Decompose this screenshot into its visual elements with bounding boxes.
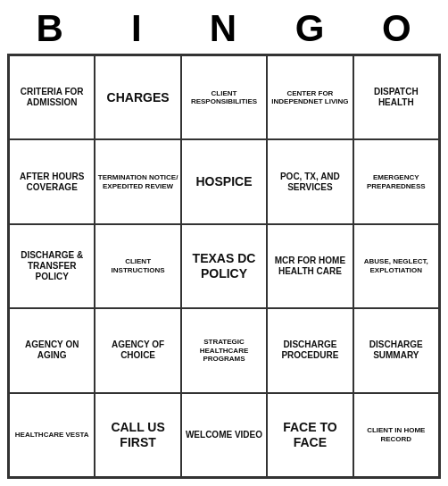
bingo-cell: CHARGES (95, 55, 180, 139)
bingo-cell: AGENCY ON AGING (9, 308, 95, 392)
bingo-title: BINGO (7, 7, 441, 50)
bingo-letter: G (275, 7, 346, 50)
bingo-cell: AGENCY OF CHOICE (95, 308, 180, 392)
bingo-cell: CENTER FOR INDEPENDNET LIVING (267, 55, 353, 139)
bingo-cell: STRATEGIC HEALTHCARE PROGRAMS (181, 308, 267, 392)
bingo-cell: DISCHARGE & TRANSFER POLICY (9, 224, 95, 308)
bingo-cell: CLIENT IN HOME RECORD (353, 393, 439, 477)
bingo-cell: TEXAS DC POLICY (181, 224, 267, 308)
bingo-cell: FACE TO FACE (267, 393, 353, 477)
bingo-cell: EMERGENCY PREPAREDNESS (353, 139, 439, 223)
bingo-cell: HOSPICE (181, 139, 267, 223)
bingo-cell: DISPATCH HEALTH (353, 55, 439, 139)
bingo-cell: WELCOME VIDEO (181, 393, 267, 477)
bingo-cell: POC, TX, AND SERVICES (267, 139, 353, 223)
bingo-cell: DISCHARGE PROCEDURE (267, 308, 353, 392)
bingo-cell: AFTER HOURS COVERAGE (9, 139, 95, 223)
bingo-cell: CLIENT INSTRUCTIONS (95, 224, 180, 308)
bingo-letter: N (188, 7, 260, 50)
bingo-cell: CALL US FIRST (95, 393, 180, 477)
bingo-cell: DISCHARGE SUMMARY (353, 308, 439, 392)
bingo-cell: HEALTHCARE VESTA (9, 393, 95, 477)
bingo-cell: TERMINATION NOTICE/ EXPEDITED REVIEW (95, 139, 180, 223)
bingo-letter: B (15, 7, 87, 50)
bingo-cell: CLIENT RESPONSIBILITIES (181, 55, 267, 139)
bingo-cell: MCR FOR HOME HEALTH CARE (267, 224, 353, 308)
bingo-cell: ABUSE, NEGLECT, EXPLOTIATION (353, 224, 439, 308)
bingo-grid: CRITERIA FOR ADMISSIONCHARGESCLIENT RESP… (7, 54, 441, 479)
bingo-letter: O (361, 7, 433, 50)
bingo-letter: I (102, 7, 173, 50)
bingo-cell: CRITERIA FOR ADMISSION (9, 55, 95, 139)
